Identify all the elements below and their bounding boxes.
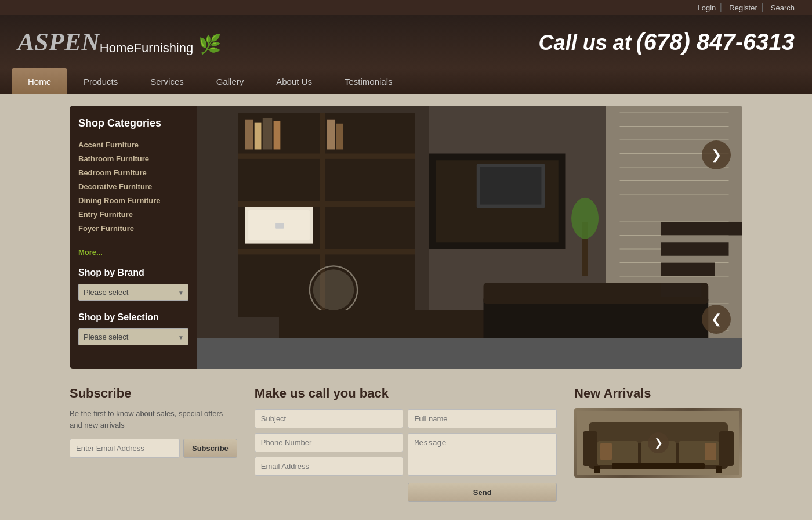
list-item: Bedroom Furniture bbox=[78, 165, 188, 179]
svg-rect-49 bbox=[661, 263, 715, 277]
svg-rect-42 bbox=[279, 310, 517, 338]
hero-next-arrow[interactable]: ❯ bbox=[702, 140, 731, 169]
svg-rect-32 bbox=[336, 124, 343, 150]
subscribe-box: Subscribe Be the first to know about sal… bbox=[70, 386, 237, 502]
arrivals-next-arrow[interactable]: ❯ bbox=[648, 432, 669, 453]
site-header: ASPENHomeFurnishing 🌿 Call us at (678) 8… bbox=[0, 15, 812, 68]
svg-rect-35 bbox=[276, 223, 284, 228]
svg-point-46 bbox=[571, 198, 599, 239]
call-number: (678) 847-6313 bbox=[636, 29, 795, 55]
nav-gallery[interactable]: Gallery bbox=[200, 68, 260, 94]
logo-home: HomeFurnishing bbox=[100, 40, 193, 55]
svg-rect-55 bbox=[583, 431, 597, 466]
sidebar: Shop Categories Accent Furniture Bathroo… bbox=[70, 106, 197, 369]
cat-accent[interactable]: Accent Furniture bbox=[78, 140, 139, 149]
register-link[interactable]: Register bbox=[729, 3, 757, 12]
svg-rect-61 bbox=[716, 466, 722, 473]
svg-rect-48 bbox=[661, 242, 729, 256]
svg-rect-64 bbox=[705, 443, 716, 460]
list-item: Entry Furniture bbox=[78, 207, 188, 221]
selection-select[interactable]: Please select bbox=[78, 328, 188, 345]
leaf-icon: 🌿 bbox=[198, 34, 222, 55]
nav-testimonials[interactable]: Testimonials bbox=[328, 68, 409, 94]
logo: ASPENHomeFurnishing 🌿 bbox=[17, 27, 222, 57]
categories-list: Accent Furniture Bathroom Furniture Bedr… bbox=[78, 138, 188, 235]
nav-services[interactable]: Services bbox=[134, 68, 200, 94]
svg-rect-29 bbox=[263, 118, 272, 149]
top-links-bar: Login | Register | Search bbox=[0, 0, 812, 15]
nav-about[interactable]: About Us bbox=[260, 68, 328, 94]
svg-point-41 bbox=[313, 269, 354, 310]
svg-rect-31 bbox=[327, 120, 335, 150]
cat-dining[interactable]: Dining Room Furniture bbox=[78, 196, 161, 205]
main-nav: Home Products Services Gallery About Us … bbox=[0, 68, 812, 94]
categories-title: Shop Categories bbox=[78, 117, 188, 129]
sep1: | bbox=[720, 2, 722, 12]
cat-entry[interactable]: Entry Furniture bbox=[78, 210, 133, 219]
brand-select[interactable]: Please select bbox=[78, 284, 188, 301]
svg-rect-24 bbox=[238, 201, 416, 207]
svg-rect-25 bbox=[238, 249, 416, 254]
sep2: | bbox=[761, 2, 763, 12]
svg-rect-27 bbox=[245, 120, 253, 150]
list-item: Dining Room Furniture bbox=[78, 193, 188, 207]
callback-form: Send bbox=[255, 409, 557, 502]
search-link[interactable]: Search bbox=[771, 3, 795, 12]
bottom-section: Subscribe Be the first to know about sal… bbox=[70, 386, 742, 502]
arrivals-image: ❯ bbox=[574, 408, 742, 478]
email-input[interactable] bbox=[255, 457, 404, 476]
hero-image: ❯ ❮ bbox=[197, 106, 742, 369]
selection-title: Shop by Selection bbox=[78, 312, 188, 323]
selection-select-wrapper: Please select bbox=[78, 328, 188, 345]
svg-rect-47 bbox=[661, 222, 742, 236]
new-arrivals-title: New Arrivals bbox=[574, 386, 742, 401]
svg-rect-28 bbox=[255, 123, 262, 150]
subscribe-button[interactable]: Subscribe bbox=[183, 439, 237, 458]
callback-box: Make us call you back Send bbox=[255, 386, 557, 502]
fullname-input[interactable] bbox=[408, 409, 557, 428]
svg-rect-60 bbox=[594, 466, 600, 473]
main-panel: Shop Categories Accent Furniture Bathroo… bbox=[70, 106, 742, 369]
cat-decorative[interactable]: Decorative Furniture bbox=[78, 182, 152, 191]
send-button[interactable]: Send bbox=[408, 483, 557, 502]
footer: Home | Products | Services | Gallery | A… bbox=[0, 514, 812, 520]
svg-rect-23 bbox=[238, 154, 416, 159]
phone-input[interactable] bbox=[255, 433, 404, 452]
list-item: Decorative Furniture bbox=[78, 179, 188, 193]
logo-aspen: ASPEN bbox=[17, 28, 100, 56]
callback-title: Make us call you back bbox=[255, 386, 557, 401]
message-input[interactable] bbox=[408, 433, 557, 476]
cat-bedroom[interactable]: Bedroom Furniture bbox=[78, 168, 147, 177]
brand-select-wrapper: Please select bbox=[78, 284, 188, 301]
hero-svg bbox=[197, 106, 742, 338]
new-arrivals-box: New Arrivals bbox=[574, 386, 742, 502]
list-item: Foyer Furniture bbox=[78, 221, 188, 235]
more-link[interactable]: More... bbox=[78, 248, 103, 257]
svg-rect-62 bbox=[612, 463, 705, 469]
list-item: Accent Furniture bbox=[78, 138, 188, 151]
svg-rect-56 bbox=[719, 431, 734, 466]
subscribe-title: Subscribe bbox=[70, 386, 237, 401]
content-area: Shop Categories Accent Furniture Bathroo… bbox=[64, 94, 748, 514]
svg-rect-50 bbox=[661, 283, 702, 297]
nav-home[interactable]: Home bbox=[12, 68, 67, 94]
subscribe-email-input[interactable] bbox=[70, 439, 180, 458]
svg-rect-63 bbox=[600, 443, 612, 460]
hero-prev-arrow[interactable]: ❮ bbox=[702, 305, 731, 334]
nav-products[interactable]: Products bbox=[67, 68, 134, 94]
cat-foyer[interactable]: Foyer Furniture bbox=[78, 224, 134, 233]
arrivals-overlay: ❯ bbox=[648, 432, 669, 453]
login-link[interactable]: Login bbox=[697, 3, 716, 12]
call-us-banner: Call us at (678) 847-6313 bbox=[539, 29, 795, 55]
list-item: Bathroom Furniture bbox=[78, 151, 188, 165]
subject-input[interactable] bbox=[255, 409, 404, 428]
cat-bathroom[interactable]: Bathroom Furniture bbox=[78, 154, 149, 163]
svg-rect-30 bbox=[274, 121, 281, 149]
subscribe-row: Subscribe bbox=[70, 439, 237, 458]
svg-rect-39 bbox=[480, 167, 542, 205]
call-label: Call us at bbox=[539, 31, 632, 55]
subscribe-description: Be the first to know about sales, specia… bbox=[70, 408, 237, 431]
brand-title: Shop by Brand bbox=[78, 268, 188, 278]
